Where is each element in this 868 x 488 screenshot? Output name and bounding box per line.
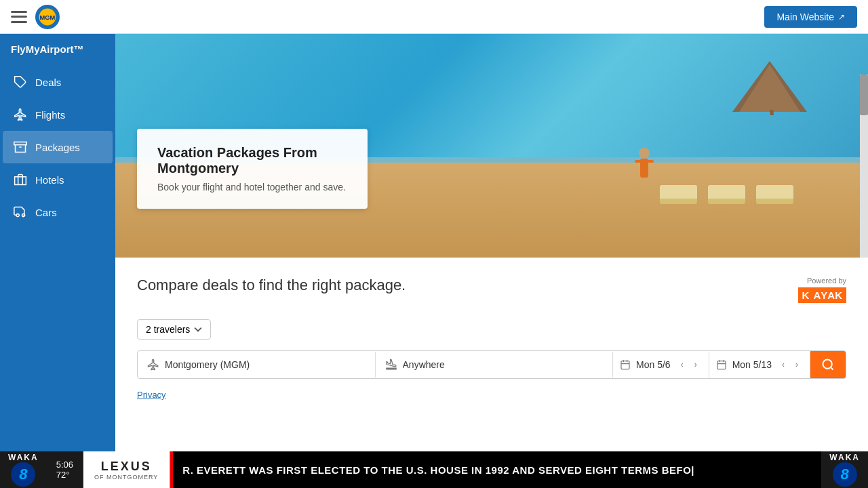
calendar-icon bbox=[620, 359, 631, 370]
chevron-down-icon bbox=[194, 325, 202, 333]
origin-text: Montgomery (MGM) bbox=[165, 359, 250, 370]
ticker-time-temp: 5:06 72° bbox=[47, 451, 83, 488]
main-website-label: Main Website bbox=[776, 12, 834, 22]
scrollbar-thumb[interactable] bbox=[860, 75, 868, 115]
sidebar-hotels-label: Hotels bbox=[35, 174, 64, 186]
promo-card: Vacation Packages From Montgomery Book y… bbox=[137, 129, 368, 209]
sidebar-item-cars[interactable]: Cars bbox=[3, 196, 113, 228]
svg-rect-15 bbox=[635, 160, 642, 163]
header-left: MGM bbox=[11, 5, 60, 29]
svg-text:MGM: MGM bbox=[40, 14, 56, 20]
promo-title: Vacation Packages From Montgomery bbox=[157, 145, 347, 176]
ticker-logo-right: WAKA 8 bbox=[821, 451, 868, 488]
lexus-logo: LEXUS OF MONTGOMERY bbox=[94, 460, 158, 481]
traveler-count: 2 travelers bbox=[146, 324, 190, 335]
waka-text: WAKA bbox=[8, 453, 39, 462]
return-date-text: Mon 5/13 bbox=[732, 359, 772, 370]
body-wrap: FlyMyAirport™ Deals Flights Packages bbox=[0, 34, 868, 488]
lexus-sub: OF MONTGOMERY bbox=[94, 474, 158, 481]
main-content: Vacation Packages From Montgomery Book y… bbox=[115, 34, 868, 488]
svg-rect-21 bbox=[717, 361, 726, 369]
sidebar-title: FlyMyAirport™ bbox=[0, 43, 115, 66]
sidebar-packages-label: Packages bbox=[35, 142, 80, 153]
package-icon bbox=[14, 140, 27, 154]
svg-rect-5 bbox=[15, 177, 26, 185]
ticker-time: 5:06 bbox=[56, 460, 73, 470]
depart-nav-arrows: ‹ › bbox=[676, 359, 702, 371]
kayak-label-a: A bbox=[813, 287, 821, 303]
kayak-logo: K A Y A K bbox=[798, 287, 846, 303]
svg-rect-16 bbox=[647, 160, 654, 163]
privacy-link[interactable]: Privacy bbox=[137, 390, 846, 400]
svg-marker-11 bbox=[739, 64, 800, 112]
svg-point-13 bbox=[639, 148, 650, 159]
kayak-label-a2: A bbox=[827, 287, 835, 303]
kayak-label-k: K bbox=[835, 287, 846, 303]
sidebar: FlyMyAirport™ Deals Flights Packages bbox=[0, 34, 115, 488]
search-bar: Montgomery (MGM) Anywhere bbox=[137, 350, 846, 379]
powered-by: Powered by K A Y A K bbox=[798, 277, 846, 303]
tag-icon bbox=[14, 75, 27, 89]
calendar-return-icon bbox=[716, 359, 727, 370]
origin-field[interactable]: Montgomery (MGM) bbox=[138, 352, 376, 378]
car-icon bbox=[14, 205, 27, 219]
svg-point-6 bbox=[16, 214, 19, 217]
mgm-logo: MGM bbox=[35, 5, 60, 29]
ticker-logo-left: WAKA 8 bbox=[0, 451, 47, 488]
return-date-field[interactable]: Mon 5/13 ‹ › bbox=[709, 352, 810, 378]
waka-text-right: WAKA bbox=[829, 453, 860, 462]
hamburger-icon[interactable] bbox=[11, 11, 27, 23]
plane-arrive-icon bbox=[385, 359, 397, 371]
svg-line-26 bbox=[831, 367, 833, 370]
sidebar-item-deals[interactable]: Deals bbox=[3, 66, 113, 98]
external-link-icon: ↗ bbox=[838, 12, 845, 22]
destination-field[interactable]: Anywhere bbox=[376, 352, 614, 378]
search-button[interactable] bbox=[810, 351, 846, 378]
waka-channel: 8 bbox=[11, 462, 35, 487]
depart-prev-arrow[interactable]: ‹ bbox=[676, 359, 688, 371]
lexus-name: LEXUS bbox=[94, 460, 158, 474]
sidebar-item-flights[interactable]: Flights bbox=[3, 98, 113, 131]
booking-title: Compare deals to find the right package. bbox=[137, 277, 406, 294]
traveler-selector: 2 travelers bbox=[137, 319, 846, 340]
svg-point-7 bbox=[22, 214, 25, 217]
news-ticker: WAKA 8 5:06 72° LEXUS OF MONTGOMERY R. E… bbox=[0, 451, 868, 488]
sidebar-cars-label: Cars bbox=[35, 207, 57, 218]
waka-logo-right: WAKA 8 bbox=[829, 453, 860, 487]
ticker-sponsor: LEXUS OF MONTGOMERY bbox=[83, 451, 170, 488]
sidebar-item-hotels[interactable]: Hotels bbox=[3, 163, 113, 196]
sidebar-item-packages[interactable]: Packages bbox=[3, 131, 113, 163]
ticker-news-text: R. EVERETT WAS FIRST ELECTED TO THE U.S.… bbox=[182, 464, 694, 476]
beach-umbrella bbox=[726, 54, 814, 98]
traveler-button[interactable]: 2 travelers bbox=[137, 319, 211, 340]
header: MGM Main Website ↗ bbox=[0, 0, 868, 34]
search-icon bbox=[821, 358, 835, 371]
powered-by-text: Powered by bbox=[807, 277, 846, 285]
depart-date-text: Mon 5/6 bbox=[636, 359, 671, 370]
plane-icon bbox=[14, 108, 27, 121]
promo-subtitle: Book your flight and hotel together and … bbox=[157, 182, 347, 192]
booking-header: Compare deals to find the right package.… bbox=[137, 277, 846, 303]
kayak-label-y: Y bbox=[821, 287, 827, 303]
scrollbar[interactable] bbox=[860, 75, 868, 258]
return-prev-arrow[interactable]: ‹ bbox=[777, 359, 789, 371]
ticker-text-wrap: R. EVERETT WAS FIRST ELECTED TO THE U.S.… bbox=[173, 451, 821, 488]
waka-channel-right: 8 bbox=[833, 462, 857, 487]
plane-depart-icon bbox=[147, 359, 159, 371]
person-silhouette bbox=[631, 146, 658, 190]
sidebar-deals-label: Deals bbox=[35, 77, 61, 88]
umbrella-svg bbox=[726, 54, 814, 115]
svg-rect-17 bbox=[621, 361, 629, 369]
ticker-temp: 72° bbox=[56, 470, 73, 480]
main-website-button[interactable]: Main Website ↗ bbox=[764, 6, 857, 28]
return-next-arrow[interactable]: › bbox=[791, 359, 803, 371]
sidebar-flights-label: Flights bbox=[35, 109, 65, 121]
hotel-icon bbox=[14, 173, 27, 186]
waka-logo: WAKA 8 bbox=[8, 453, 39, 487]
hero-section: Vacation Packages From Montgomery Book y… bbox=[115, 34, 868, 258]
destination-text: Anywhere bbox=[403, 359, 445, 370]
depart-date-field[interactable]: Mon 5/6 ‹ › bbox=[613, 352, 709, 378]
kayak-label: K bbox=[798, 287, 814, 303]
depart-next-arrow[interactable]: › bbox=[690, 359, 702, 371]
return-nav-arrows: ‹ › bbox=[777, 359, 803, 371]
